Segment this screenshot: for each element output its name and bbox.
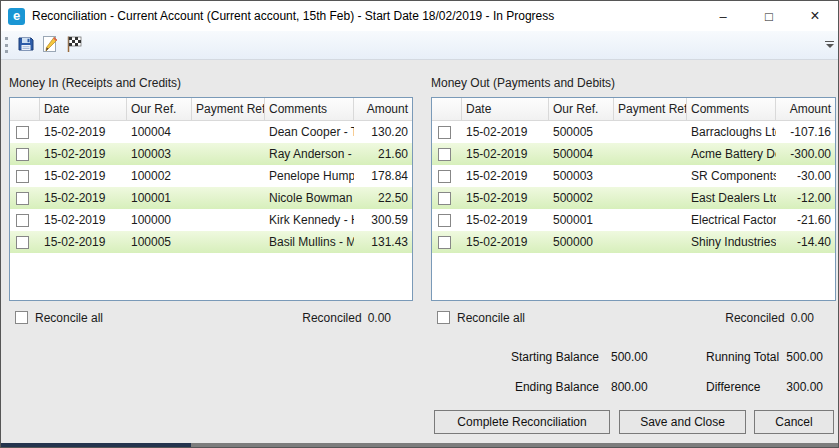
cell-our-ref: 500005 — [549, 125, 614, 139]
cell-date: 15-02-2019 — [40, 235, 127, 249]
cell-date: 15-02-2019 — [462, 147, 549, 161]
cell-comments: Nicole Bowman — [265, 191, 354, 205]
row-checkbox[interactable] — [438, 126, 451, 139]
row-checkbox[interactable] — [16, 214, 29, 227]
cell-date: 15-02-2019 — [40, 191, 127, 205]
cell-date: 15-02-2019 — [462, 213, 549, 227]
table-row[interactable]: 15-02-2019 500005 Barracloughs Ltd -107.… — [432, 121, 835, 143]
money-in-header-row: Date Our Ref. Payment Ref. Comments Amou… — [10, 98, 412, 121]
cell-comments: East Dealers Ltd — [687, 191, 776, 205]
row-checkbox[interactable] — [16, 236, 29, 249]
reconciled-total: Reconciled0.00 — [299, 311, 391, 325]
cell-date: 15-02-2019 — [40, 147, 127, 161]
chevron-down-icon — [826, 44, 834, 48]
cell-our-ref: 100001 — [127, 191, 192, 205]
table-row[interactable]: 15-02-2019 100000 Kirk Kennedy - H 300.5… — [10, 209, 412, 231]
table-row[interactable]: 15-02-2019 100004 Dean Cooper - T 130.20 — [10, 121, 412, 143]
edit-button[interactable] — [38, 33, 62, 57]
money-out-header-row: Date Our Ref. Payment Ref. Comments Amou… — [432, 98, 835, 121]
cell-date: 15-02-2019 — [40, 125, 127, 139]
money-out-footer: Reconcile all Reconciled0.00 — [431, 309, 836, 326]
cancel-button[interactable]: Cancel — [754, 410, 834, 434]
starting-balance-label: Starting Balance — [431, 350, 599, 364]
table-row[interactable]: 15-02-2019 100001 Nicole Bowman 22.50 — [10, 187, 412, 209]
header-checkbox-column[interactable] — [432, 98, 462, 120]
maximize-button[interactable]: □ — [746, 1, 792, 31]
cell-comments: Electrical Factors — [687, 213, 776, 227]
cell-our-ref: 500000 — [549, 235, 614, 249]
money-out-title: Money Out (Payments and Debits) — [431, 76, 836, 97]
money-in-title: Money In (Receipts and Credits) — [9, 76, 413, 97]
cell-comments: SR Components — [687, 169, 776, 183]
table-row[interactable]: 15-02-2019 500004 Acme Battery De -300.0… — [432, 143, 835, 165]
table-row[interactable]: 15-02-2019 100005 Basil Mullins - M 131.… — [10, 231, 412, 253]
table-row[interactable]: 15-02-2019 500003 SR Components -30.00 — [432, 165, 835, 187]
row-checkbox[interactable] — [438, 214, 451, 227]
cell-date: 15-02-2019 — [462, 169, 549, 183]
background-window-edge — [1, 443, 191, 447]
table-row[interactable]: 15-02-2019 500000 Shiny Industries -14.4… — [432, 231, 835, 253]
cell-amount: -107.16 — [776, 125, 835, 139]
table-row[interactable]: 15-02-2019 100003 Ray Anderson - 21.60 — [10, 143, 412, 165]
cell-comments: Kirk Kennedy - H — [265, 213, 354, 227]
reconcile-all-checkbox[interactable] — [437, 311, 450, 324]
ending-balance-label: Ending Balance — [431, 380, 599, 394]
cell-our-ref: 100000 — [127, 213, 192, 227]
cell-comments: Dean Cooper - T — [265, 125, 354, 139]
save-icon — [16, 34, 36, 57]
row-checkbox[interactable] — [16, 170, 29, 183]
header-payment-ref[interactable]: Payment Ref. — [614, 98, 687, 120]
reconciled-label: Reconciled — [725, 311, 784, 325]
cell-our-ref: 500001 — [549, 213, 614, 227]
window-bottom-border — [191, 443, 838, 447]
header-date[interactable]: Date — [462, 98, 549, 120]
reconcile-all-label: Reconcile all — [457, 311, 525, 325]
starting-balance-value: 500.00 — [611, 350, 648, 364]
table-row[interactable]: 15-02-2019 100002 Penelope Hump 178.84 — [10, 165, 412, 187]
cell-comments: Basil Mullins - M — [265, 235, 354, 249]
save-button[interactable] — [14, 33, 38, 57]
header-our-ref[interactable]: Our Ref. — [127, 98, 192, 120]
reconcile-all-label: Reconcile all — [35, 311, 103, 325]
toolbar-overflow-button[interactable] — [825, 41, 834, 48]
header-comments[interactable]: Comments — [265, 98, 354, 120]
cell-comments: Acme Battery De — [687, 147, 776, 161]
toolbar-grip-handle[interactable] — [5, 37, 8, 53]
header-payment-ref[interactable]: Payment Ref. — [192, 98, 265, 120]
complete-reconciliation-button[interactable]: Complete Reconciliation — [434, 410, 610, 434]
row-checkbox[interactable] — [438, 148, 451, 161]
row-checkbox[interactable] — [16, 148, 29, 161]
row-checkbox[interactable] — [16, 192, 29, 205]
money-out-panel: Money Out (Payments and Debits) Date Our… — [431, 76, 836, 301]
cell-amount: 300.59 — [354, 213, 412, 227]
header-date[interactable]: Date — [40, 98, 127, 120]
cell-date: 15-02-2019 — [40, 213, 127, 227]
header-amount[interactable]: Amount — [354, 98, 412, 120]
row-checkbox[interactable] — [438, 236, 451, 249]
close-button[interactable]: × — [792, 1, 838, 31]
header-amount[interactable]: Amount — [776, 98, 835, 120]
row-checkbox[interactable] — [438, 170, 451, 183]
reconciled-value: 0.00 — [791, 311, 814, 325]
app-logo-icon: e — [8, 8, 25, 25]
cell-amount: -21.60 — [776, 213, 835, 227]
header-our-ref[interactable]: Our Ref. — [549, 98, 614, 120]
header-checkbox-column[interactable] — [10, 98, 40, 120]
cell-our-ref: 100003 — [127, 147, 192, 161]
cell-our-ref: 100002 — [127, 169, 192, 183]
save-and-close-button[interactable]: Save and Close — [619, 410, 746, 434]
complete-reconciliation-flag-button[interactable] — [62, 33, 86, 57]
header-comments[interactable]: Comments — [687, 98, 776, 120]
cell-our-ref: 500002 — [549, 191, 614, 205]
table-row[interactable]: 15-02-2019 500001 Electrical Factors -21… — [432, 209, 835, 231]
minimize-button[interactable]: – — [700, 1, 746, 31]
cell-comments: Penelope Hump — [265, 169, 354, 183]
table-row[interactable]: 15-02-2019 500002 East Dealers Ltd -12.0… — [432, 187, 835, 209]
reconcile-all-checkbox[interactable] — [15, 311, 28, 324]
edit-icon — [40, 34, 60, 57]
reconciled-total: Reconciled0.00 — [722, 311, 814, 325]
dialog-body: Money In (Receipts and Credits) Date Our… — [1, 60, 838, 447]
cell-date: 15-02-2019 — [462, 235, 549, 249]
row-checkbox[interactable] — [16, 126, 29, 139]
row-checkbox[interactable] — [438, 192, 451, 205]
